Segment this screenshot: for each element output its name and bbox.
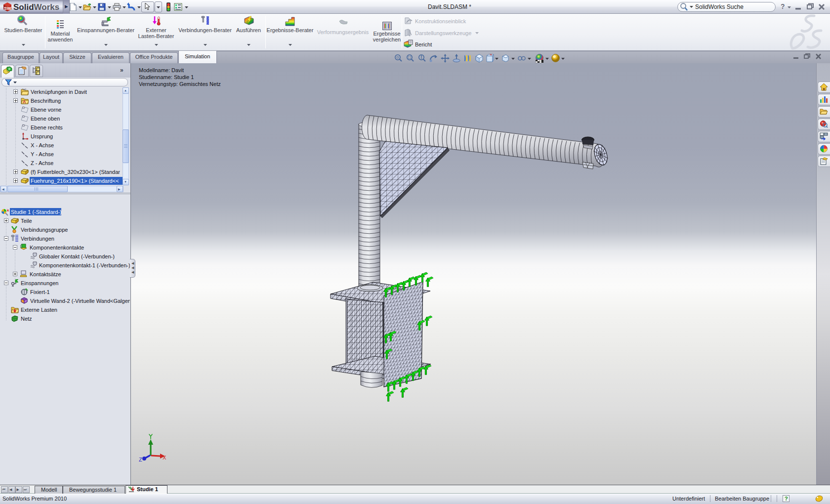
- svg-text:A: A: [23, 99, 26, 104]
- svg-text:?: ?: [785, 496, 788, 502]
- svg-text:X: X: [163, 455, 166, 461]
- svg-text:Z: Z: [139, 457, 142, 462]
- svg-text:SW: SW: [4, 6, 11, 11]
